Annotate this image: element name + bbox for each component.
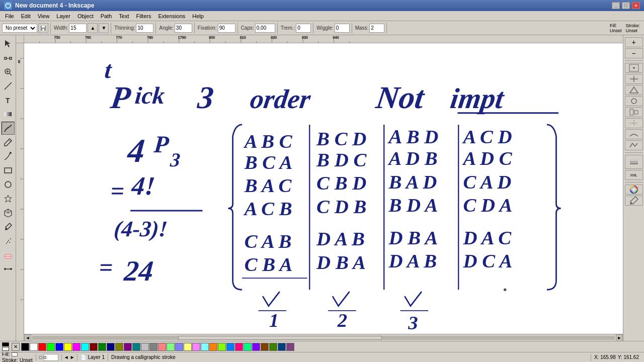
3d-box-tool[interactable] <box>2 206 15 219</box>
color-swatch[interactable] <box>252 343 260 351</box>
menu-view[interactable]: View <box>35 12 53 20</box>
color-swatch[interactable] <box>98 343 106 351</box>
menu-path[interactable]: Path <box>98 12 115 20</box>
snap-btn-4[interactable] <box>625 96 643 106</box>
hscrollbar[interactable]: ◄ ► <box>24 334 623 341</box>
menu-edit[interactable]: Edit <box>18 12 34 20</box>
color-swatch[interactable] <box>30 343 38 351</box>
width-down-btn[interactable]: ▼ <box>99 23 109 33</box>
color-swatch[interactable] <box>107 343 115 351</box>
color-swatch[interactable] <box>192 343 200 351</box>
color-swatch[interactable] <box>149 343 157 351</box>
color-swatch[interactable] <box>226 343 234 351</box>
menu-layer[interactable]: Layer <box>53 12 73 20</box>
preset-select[interactable]: No preset <box>2 24 37 33</box>
color-swatch[interactable] <box>72 343 80 351</box>
circle-tool[interactable] <box>2 178 15 191</box>
color-swatch[interactable] <box>81 343 89 351</box>
color-swatch[interactable] <box>115 343 123 351</box>
zoom-tool[interactable] <box>2 65 15 78</box>
pencil-tool[interactable] <box>2 136 15 149</box>
snap-btn-7[interactable] <box>625 129 643 139</box>
color-swatch[interactable] <box>47 343 55 351</box>
dropper-tool[interactable] <box>2 220 15 233</box>
fill-box[interactable] <box>2 342 9 346</box>
color-swatch[interactable] <box>175 343 183 351</box>
snap-btn-6[interactable] <box>625 118 643 128</box>
snap-btn-5[interactable] <box>625 107 643 117</box>
next-btn[interactable]: ► <box>70 354 75 360</box>
color-swatch[interactable] <box>244 343 252 351</box>
text-tool[interactable]: T <box>2 94 15 107</box>
select-tool[interactable] <box>2 37 15 50</box>
fixation-input[interactable] <box>218 24 235 33</box>
menu-filters[interactable]: Filters <box>133 12 154 20</box>
color-swatch[interactable] <box>201 343 209 351</box>
color-swatch[interactable] <box>64 343 72 351</box>
prev-btn[interactable]: ◄ <box>64 354 69 360</box>
color-swatch[interactable] <box>90 343 98 351</box>
color-swatch[interactable] <box>278 343 286 351</box>
minimize-btn[interactable]: _ <box>612 2 620 9</box>
menu-text[interactable]: Text <box>116 12 132 20</box>
preset-save-btn[interactable] <box>38 23 48 33</box>
color-swatch[interactable] <box>167 343 175 351</box>
color-swatch[interactable] <box>55 343 63 351</box>
snap-btn-3[interactable] <box>625 85 643 95</box>
thinning-input[interactable] <box>136 24 153 33</box>
close-btn[interactable]: × <box>632 2 640 9</box>
snap-btn-2[interactable] <box>625 74 643 84</box>
scroll-left-btn[interactable]: ◄ <box>24 334 31 341</box>
color-swatch[interactable] <box>235 343 243 351</box>
color-swatch[interactable] <box>184 343 192 351</box>
pen-tool[interactable] <box>2 150 15 163</box>
star-tool[interactable] <box>2 192 15 205</box>
scroll-right-btn[interactable]: ► <box>616 334 623 341</box>
node-tool[interactable] <box>2 51 15 64</box>
color-swatch[interactable] <box>218 343 226 351</box>
width-input[interactable] <box>69 24 87 33</box>
width-up-btn[interactable]: ▲ <box>88 23 98 33</box>
eraser-tool[interactable] <box>2 248 15 261</box>
no-fill-btn[interactable]: ✕ <box>12 343 20 351</box>
color-swatch[interactable] <box>38 343 46 351</box>
opacity-input[interactable] <box>43 354 58 361</box>
zoom-out-btn[interactable]: − <box>625 48 643 58</box>
canvas-container[interactable]: 750 760 770 780 1790 800 810 820 830 840 <box>16 35 623 341</box>
maximize-btn[interactable]: □ <box>622 2 630 9</box>
zoom-in-btn[interactable]: + <box>625 37 643 47</box>
color-swatch[interactable] <box>21 343 29 351</box>
color-swatch[interactable] <box>124 343 132 351</box>
canvas[interactable]: .hw { font-family: 'Georgia', serif; fon… <box>24 43 623 341</box>
color-swatch[interactable] <box>286 343 294 351</box>
measure-tool[interactable] <box>2 79 15 93</box>
stroke-box[interactable] <box>2 347 9 351</box>
color-swatch[interactable] <box>132 343 140 351</box>
color-swatch[interactable] <box>261 343 269 351</box>
color-swatch[interactable] <box>209 343 217 351</box>
layers-btn[interactable] <box>625 155 643 169</box>
menu-help[interactable]: Help <box>189 12 207 20</box>
hscroll-track[interactable] <box>32 336 615 340</box>
color-swatch[interactable] <box>141 343 149 351</box>
mass-input[interactable] <box>369 24 384 33</box>
wiggle-input[interactable] <box>335 24 350 33</box>
color-wheel-btn[interactable] <box>625 185 643 195</box>
color-swatch[interactable] <box>158 343 166 351</box>
menu-object[interactable]: Object <box>74 12 97 20</box>
spray-tool[interactable] <box>2 234 15 247</box>
rect-tool[interactable] <box>2 164 15 177</box>
snap-btn-1[interactable] <box>625 63 643 73</box>
hscroll-thumb[interactable] <box>178 336 382 340</box>
snap-btn-8[interactable] <box>625 140 643 150</box>
connector-tool[interactable] <box>2 262 15 276</box>
menu-file[interactable]: File <box>2 12 17 20</box>
xml-btn[interactable]: XML <box>625 170 643 180</box>
calligraphy-tool[interactable] <box>2 122 15 135</box>
color-swatch[interactable] <box>269 343 277 351</box>
caps-input[interactable] <box>255 24 275 33</box>
menu-extensions[interactable]: Extensions <box>155 12 188 20</box>
angle-input[interactable] <box>175 24 192 33</box>
dropper-right-btn[interactable] <box>625 196 643 206</box>
gradient-tool[interactable] <box>2 108 15 121</box>
